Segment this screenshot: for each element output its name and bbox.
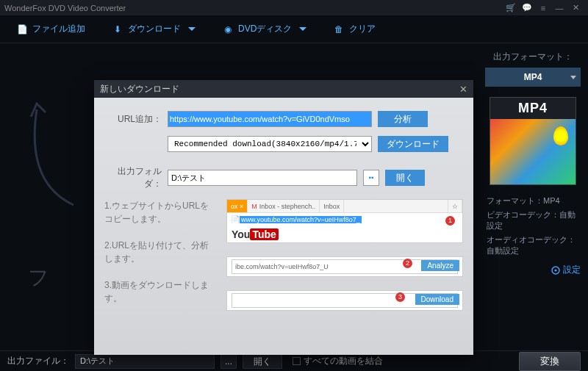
demo-analyze: ibe.com/watch?v=ueIHwf8o7_U▾ 2 Analyze bbox=[226, 256, 463, 277]
step-badge-2: 2 bbox=[403, 259, 412, 268]
dvd-disc-button[interactable]: ◉ DVDディスク bbox=[209, 15, 320, 43]
folder-label: 出力フォルダ： bbox=[104, 165, 162, 190]
browse-output-button[interactable]: ... bbox=[220, 354, 237, 369]
instruction-step2: 2.URLを貼り付けて、分析します。 bbox=[104, 239, 215, 265]
svg-point-1 bbox=[554, 269, 556, 271]
bg-hint-text: フ bbox=[28, 264, 49, 292]
output-file-label: 出力ファイル： bbox=[7, 355, 69, 367]
trash-icon: 🗑 bbox=[333, 24, 345, 35]
dialog-close-button[interactable]: ✕ bbox=[459, 84, 467, 95]
bg-arrow bbox=[22, 95, 88, 212]
chevron-down-icon bbox=[188, 27, 196, 31]
clear-button[interactable]: 🗑 クリア bbox=[320, 15, 389, 43]
step-badge-1: 1 bbox=[445, 216, 455, 226]
output-path-input[interactable] bbox=[75, 354, 215, 369]
download-icon: ⬇ bbox=[112, 24, 123, 35]
thumb-format-label: MP4 bbox=[490, 98, 576, 119]
demo-tab-inbox2: Inbox bbox=[320, 200, 344, 212]
demo-tab-active: ox × bbox=[227, 200, 248, 212]
download-label: ダウンロード bbox=[128, 23, 181, 35]
open-folder-button[interactable]: 開く bbox=[385, 170, 425, 186]
chevron-down-icon bbox=[299, 27, 306, 31]
url-label: URL追加： bbox=[104, 113, 162, 126]
analyze-button[interactable]: 分析 bbox=[378, 111, 428, 127]
merge-checkbox[interactable]: すべての動画を結合 bbox=[293, 355, 383, 367]
output-format-label: 出力フォーマット： bbox=[485, 51, 581, 63]
feedback-icon[interactable]: 💬 bbox=[519, 3, 535, 12]
format-thumbnail[interactable]: MP4 bbox=[490, 97, 576, 185]
download-button[interactable]: ⬇ ダウンロード bbox=[98, 15, 209, 43]
merge-label: すべての動画を結合 bbox=[304, 355, 383, 367]
demo-selected-url: www.youtube.com/watch?v=ueIHwf8o7_ bbox=[240, 216, 362, 223]
gear-icon bbox=[551, 266, 560, 275]
folder-input[interactable] bbox=[168, 170, 357, 186]
menu-icon[interactable]: ≡ bbox=[535, 4, 551, 12]
clear-label: クリア bbox=[349, 23, 376, 35]
minimize-icon[interactable]: — bbox=[551, 4, 567, 12]
add-file-label: ファイル追加 bbox=[32, 23, 85, 35]
url-input[interactable] bbox=[168, 112, 371, 126]
quality-select[interactable]: Recommended download(3840x2160/mp4/1.75G bbox=[168, 136, 372, 152]
open-output-button[interactable]: 開く bbox=[243, 354, 282, 369]
demo-tab-inbox1: MInbox - stephench.. bbox=[248, 200, 320, 212]
download-start-button[interactable]: ダウンロード bbox=[378, 136, 448, 152]
buy-icon[interactable]: 🛒 bbox=[503, 3, 519, 12]
file-add-icon: 📄 bbox=[16, 24, 28, 35]
new-download-dialog: 新しいダウンロード ✕ URL追加： 分析 Recommended downlo… bbox=[94, 80, 473, 355]
disc-icon: ◉ bbox=[222, 24, 234, 35]
settings-link[interactable]: 設定 bbox=[485, 264, 581, 276]
demo-download: ▾ 3 Download bbox=[226, 290, 463, 311]
convert-button[interactable]: 変換 bbox=[519, 352, 581, 371]
instruction-step3: 3.動画をダウンロードします。 bbox=[104, 278, 215, 305]
add-file-button[interactable]: 📄 ファイル追加 bbox=[3, 15, 98, 43]
close-icon[interactable]: ✕ bbox=[567, 3, 584, 12]
demo-analyze-button: Analyze bbox=[421, 260, 459, 271]
dialog-title: 新しいダウンロード bbox=[100, 83, 179, 96]
output-format-button[interactable]: MP4 bbox=[485, 68, 581, 87]
info-format: フォーマット：MP4 bbox=[487, 195, 579, 206]
chevron-down-icon bbox=[570, 76, 576, 79]
info-vcodec: ビデオコーデック：自動設定 bbox=[487, 209, 579, 231]
checkbox-icon bbox=[293, 357, 301, 365]
dvd-label: DVDディスク bbox=[238, 23, 292, 35]
browse-folder-button[interactable]: ▪▪ bbox=[363, 170, 379, 186]
app-title: WonderFox DVD Video Converter bbox=[4, 4, 126, 12]
demo-copy-url: ox × MInbox - stephench.. Inbox ☆ 📄 www.… bbox=[226, 199, 463, 243]
info-acodec: オーディオコーデック：自動設定 bbox=[487, 234, 579, 256]
step-badge-3: 3 bbox=[395, 292, 405, 302]
instruction-step1: 1.ウェブサイトからURLをコピーします。 bbox=[104, 199, 215, 226]
demo-download-button: Download bbox=[415, 294, 459, 305]
